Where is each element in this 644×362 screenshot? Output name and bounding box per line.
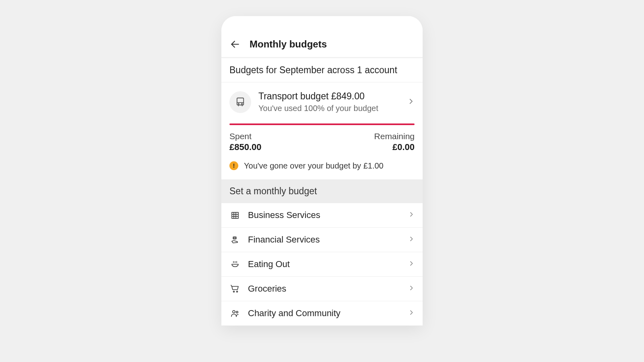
warning-icon: ! <box>229 161 238 170</box>
amounts-row: Spent £850.00 Remaining £0.00 <box>229 132 415 152</box>
building-icon <box>229 210 241 221</box>
spent-label: Spent <box>229 132 262 141</box>
remaining-value: £0.00 <box>374 142 415 152</box>
budget-title: Transport budget £849.00 <box>258 90 400 103</box>
remaining-block: Remaining £0.00 <box>374 132 415 152</box>
category-label: Eating Out <box>248 259 401 269</box>
category-charity-community[interactable]: Charity and Community <box>221 301 423 326</box>
spent-block: Spent £850.00 <box>229 132 262 152</box>
chevron-right-icon <box>408 236 415 244</box>
budget-text-block: Transport budget £849.00 You've used 100… <box>258 90 400 114</box>
spent-value: £850.00 <box>229 142 262 152</box>
chevron-right-icon <box>408 285 415 293</box>
svg-point-3 <box>238 103 239 104</box>
app-header: Monthly budgets <box>221 33 423 58</box>
cart-icon <box>229 283 241 294</box>
svg-point-18 <box>237 291 238 292</box>
over-budget-alert: ! You've gone over your budget by £1.00 <box>229 161 415 171</box>
chevron-right-icon <box>407 98 415 107</box>
category-avatar <box>229 91 251 113</box>
budget-subtitle: You've used 100% of your budget <box>258 103 400 114</box>
arrow-left-icon <box>230 39 240 49</box>
chevron-right-icon <box>408 211 415 219</box>
summary-text: Budgets for September across 1 account <box>229 65 415 76</box>
phone-frame: Monthly budgets Budgets for September ac… <box>221 16 423 326</box>
category-business-services[interactable]: Business Services <box>221 203 423 228</box>
budget-card: Transport budget £849.00 You've used 100… <box>221 82 423 179</box>
svg-point-4 <box>242 103 242 104</box>
summary-section: Budgets for September across 1 account <box>221 58 423 82</box>
category-groceries[interactable]: Groceries <box>221 277 423 301</box>
remaining-label: Remaining <box>374 132 415 141</box>
svg-rect-7 <box>232 212 238 218</box>
category-label: Charity and Community <box>248 308 401 319</box>
transport-budget-row[interactable]: Transport budget £849.00 You've used 100… <box>229 90 415 114</box>
svg-point-20 <box>233 311 235 313</box>
people-icon <box>229 308 241 319</box>
category-label: Financial Services <box>248 234 401 245</box>
page-title: Monthly budgets <box>250 39 327 50</box>
category-label: Groceries <box>248 284 401 294</box>
svg-point-17 <box>233 291 235 292</box>
svg-point-13 <box>233 238 236 239</box>
svg-line-19 <box>231 285 232 286</box>
category-label: Business Services <box>248 210 401 220</box>
bowl-icon <box>229 259 241 270</box>
chevron-right-icon <box>408 309 415 317</box>
budget-progress-bar <box>229 123 415 125</box>
hand-coins-icon <box>229 234 241 245</box>
category-financial-services[interactable]: Financial Services <box>221 228 423 252</box>
status-bar <box>221 16 423 33</box>
alert-text: You've gone over your budget by £1.00 <box>244 161 384 171</box>
chevron-right-icon <box>408 260 415 268</box>
back-button[interactable] <box>229 39 241 50</box>
svg-point-21 <box>236 311 238 313</box>
set-budget-section-header: Set a monthly budget <box>221 179 423 203</box>
category-eating-out[interactable]: Eating Out <box>221 252 423 277</box>
bus-icon <box>235 97 246 108</box>
